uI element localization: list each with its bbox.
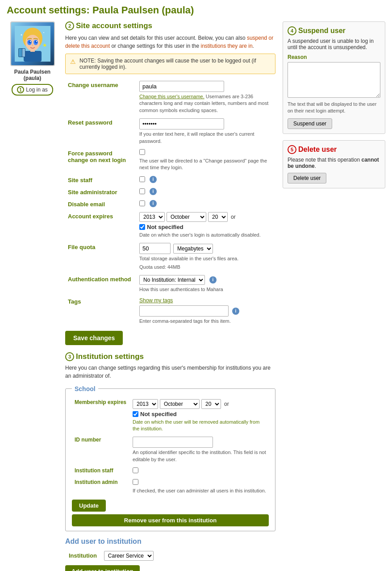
password-hint: If you enter text here, it will replace … [139,131,273,145]
institutions-link[interactable]: institutions they are in [201,43,253,49]
add-institution-select[interactable]: Career Service School No Institution [104,551,154,561]
site-staff-info-icon[interactable]: i [150,176,157,183]
save-changes-button[interactable]: Save changes [65,331,123,345]
auth-method-info-icon[interactable]: i [209,276,217,283]
username-hint-link[interactable]: Change this user's username. [139,94,204,99]
inst-staff-checkbox[interactable] [133,467,138,473]
disable-email-info-icon[interactable]: i [150,200,157,207]
suspend-title: Suspend user [298,27,346,35]
delete-desc-prefix: Please note that this operation [288,157,361,163]
delete-description: Please note that this operation cannot b… [288,157,380,169]
auth-method-select[interactable]: No Institution: Internal [139,275,205,285]
password-input[interactable] [139,118,224,129]
disable-email-label: Disable email [68,201,105,208]
site-settings-step: 2 [65,21,74,30]
institution-settings-description: Here you can change settings regarding t… [65,364,275,380]
or-text: or [231,214,236,220]
school-legend: School [72,385,98,392]
suspend-user-button[interactable]: Suspend user [288,118,332,129]
inst-or-text: or [224,401,229,407]
warning-box: ⚠ NOTE: Saving the account changes will … [65,54,275,74]
tags-info-icon[interactable]: i [232,308,239,315]
login-as-label: Log in as [26,87,48,93]
add-inst-label: Institution [69,552,97,559]
membership-expires-label: Membership expires [75,399,126,405]
svg-point-11 [29,41,30,42]
svg-point-13 [32,45,33,46]
suspend-description: A suspended user is unable to log in unt… [288,38,380,50]
delete-step: 5 [288,145,296,154]
file-quota-unit-select[interactable]: Megabytes Gigabytes Kilobytes [173,244,213,254]
not-specified-checkbox[interactable] [139,224,145,230]
update-button[interactable]: Update [72,500,106,512]
suspend-step: 4 [288,26,296,35]
svg-point-12 [36,41,37,42]
tags-label: Tags [68,298,81,305]
file-quota-input[interactable] [139,243,171,254]
add-institution-title: Add user to institution [65,538,275,546]
tags-input[interactable] [139,305,229,317]
login-step-circle: 1 [17,86,24,93]
force-pw-checkbox[interactable] [139,149,145,155]
warning-text: NOTE: Saving the account changes will ca… [79,58,271,70]
expires-hint: Date on which the user's login is automa… [139,232,273,238]
id-number-input[interactable] [133,437,213,448]
site-staff-checkbox[interactable] [139,176,145,182]
expires-year-select[interactable]: 2013 2014 2015 [139,212,165,222]
file-quota-hint2: Quota used: 44MB [139,264,273,271]
id-number-label: ID number [75,437,101,443]
inst-staff-label: Institution staff [75,467,113,474]
expires-day-select[interactable]: 18192021 [208,212,228,222]
delete-user-button[interactable]: Delete user [288,173,326,183]
site-staff-label: Site staff [68,177,92,183]
username-input[interactable] [139,81,224,92]
inst-not-specified-checkbox[interactable] [133,411,138,417]
site-settings-description: Here you can view and set details for th… [65,34,275,50]
inst-admin-hint: If checked, the user can administer all … [133,488,266,494]
username-hint: Change this user's username. Usernames a… [139,93,273,114]
reason-label: Reason [288,54,380,60]
svg-point-1 [21,34,22,36]
inst-admin-checkbox[interactable] [133,479,138,485]
auth-method-label: Authentication method [68,276,131,283]
suspend-hint: The text that will be displayed to the u… [288,101,380,115]
login-as-button[interactable]: 1 Log in as [12,84,53,96]
svg-rect-16 [22,49,25,57]
add-user-institution-button[interactable]: Add user to institution [65,565,140,571]
inst-expires-hint: Date on which the user will be removed a… [133,419,266,433]
id-number-hint: An optional identifier specific to the i… [133,449,266,463]
site-settings-title: Site account settings [76,21,152,30]
inst-not-specified-label: Not specified [140,411,177,417]
inst-expires-day-select[interactable]: 192021 [201,399,221,409]
disable-email-checkbox[interactable] [139,200,145,206]
institution-settings-title: Institution settings [76,352,144,361]
inst-expires-month-select[interactable]: JanuaryFebruaryMarch AprilMayJune JulyAu… [160,399,200,409]
svg-rect-4 [24,51,42,62]
inst-admin-label: Institution admin [75,479,118,485]
force-pw-label: Force password change on next login [68,150,126,163]
inst-expires-year-select[interactable]: 20132014 [133,399,158,409]
site-admin-info-icon[interactable]: i [150,188,157,195]
delete-box: 5 Delete user Please note that this oper… [283,140,385,188]
remove-user-button[interactable]: Remove user from this institution [72,514,269,526]
institution-settings-step: 3 [65,352,74,361]
suspend-box: 4 Suspend user A suspended user is unabl… [283,21,385,134]
svg-point-9 [29,41,31,43]
page-title: Account settings: Paula Paulsen (paula) [7,4,385,16]
suspend-reason-textarea[interactable] [288,62,380,98]
account-expires-label: Account expires [68,213,113,220]
expires-month-select[interactable]: JanuaryFebruaryMarch AprilMayJune JulyAu… [167,212,206,222]
show-my-tags-link[interactable]: Show my tags [139,297,173,304]
site-admin-checkbox[interactable] [139,188,145,194]
tags-hint: Enter comma-separated tags for this item… [139,318,273,325]
not-specified-label: Not specified [147,224,183,230]
add-institution-section: Add user to institution Institution Care… [65,538,275,571]
delete-title: Delete user [298,146,337,154]
reset-password-label: Reset password [68,119,113,126]
svg-point-2 [43,32,44,33]
force-pw-hint: The user will be directed to a "Change p… [139,158,273,171]
user-username-display: (paula) [24,75,41,81]
auth-method-hint: How this user authenticates to Mahara [139,286,273,293]
file-quota-hint1: Total storage available in the user's fi… [139,255,273,262]
delete-desc-suffix: . [315,163,316,169]
